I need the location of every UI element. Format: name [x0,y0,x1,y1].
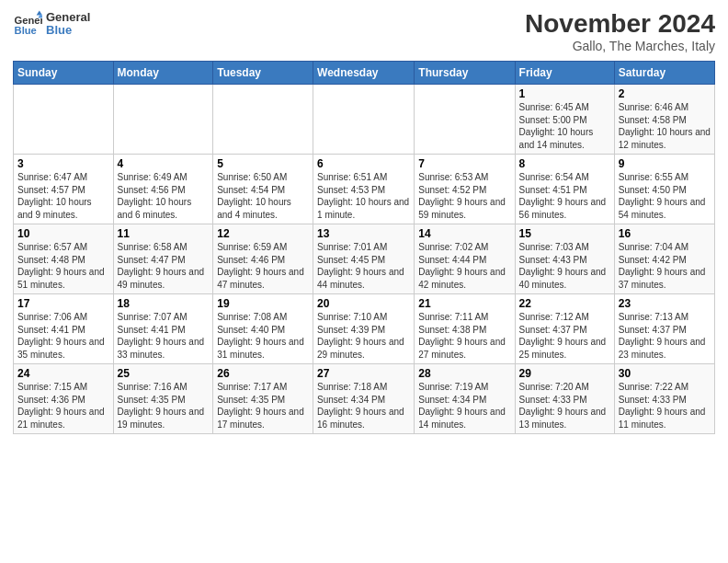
svg-text:General: General [15,15,42,26]
day-info: Sunrise: 6:53 AM [418,171,510,184]
day-info: Sunrise: 7:15 AM [17,381,109,394]
weekday-header: Saturday [614,62,714,85]
day-info: Sunrise: 7:17 AM [217,381,309,394]
day-info: Sunrise: 6:59 AM [217,241,309,254]
day-info: Daylight: 9 hours and 25 minutes. [519,336,610,361]
day-info: Daylight: 9 hours and 47 minutes. [217,266,309,291]
day-info: Sunset: 4:47 PM [118,254,210,267]
day-info: Daylight: 9 hours and 35 minutes. [17,336,109,361]
calendar-cell [14,85,114,155]
day-info: Sunrise: 6:47 AM [17,171,109,184]
day-number: 1 [519,87,610,100]
day-info: Daylight: 10 hours and 9 minutes. [17,196,109,221]
day-info: Sunset: 4:36 PM [17,394,109,407]
calendar-cell: 2Sunrise: 6:46 AMSunset: 4:58 PMDaylight… [614,85,714,155]
day-info: Sunset: 4:52 PM [418,184,510,197]
day-info: Daylight: 10 hours and 1 minute. [317,196,410,221]
location: Gallo, The Marches, Italy [525,39,715,53]
day-info: Sunset: 4:33 PM [619,394,711,407]
day-number: 11 [118,227,210,240]
day-info: Sunset: 4:37 PM [519,324,610,337]
day-info: Sunset: 4:34 PM [317,394,410,407]
calendar-cell: 3Sunrise: 6:47 AMSunset: 4:57 PMDaylight… [14,155,114,224]
title-block: November 2024 Gallo, The Marches, Italy [525,9,715,53]
day-number: 16 [619,227,711,240]
day-info: Sunset: 4:46 PM [217,254,309,267]
day-number: 4 [118,157,210,170]
svg-text:Blue: Blue [15,25,37,36]
day-info: Sunrise: 7:22 AM [619,381,711,394]
day-info: Sunset: 4:38 PM [418,324,510,337]
day-info: Sunset: 4:45 PM [317,254,410,267]
day-number: 15 [519,227,610,240]
calendar-cell: 1Sunrise: 6:45 AMSunset: 5:00 PMDaylight… [515,85,614,155]
day-info: Sunrise: 6:46 AM [619,101,711,114]
day-number: 14 [418,227,510,240]
day-info: Daylight: 10 hours and 12 minutes. [619,126,711,151]
day-info: Daylight: 10 hours and 4 minutes. [217,196,309,221]
calendar-cell: 26Sunrise: 7:17 AMSunset: 4:35 PMDayligh… [213,364,313,434]
day-info: Daylight: 9 hours and 14 minutes. [418,406,510,431]
day-number: 5 [217,157,309,170]
calendar-cell: 27Sunrise: 7:18 AMSunset: 4:34 PMDayligh… [313,364,415,434]
day-info: Sunset: 4:33 PM [519,394,610,407]
day-number: 7 [418,157,510,170]
calendar-cell: 14Sunrise: 7:02 AMSunset: 4:44 PMDayligh… [415,224,515,294]
day-number: 3 [17,157,109,170]
day-number: 6 [317,157,410,170]
day-info: Sunrise: 6:49 AM [118,171,210,184]
day-info: Sunrise: 7:12 AM [519,311,610,324]
day-info: Sunset: 4:58 PM [619,114,711,127]
day-number: 28 [418,367,510,380]
day-info: Sunrise: 7:04 AM [619,241,711,254]
day-info: Daylight: 9 hours and 27 minutes. [418,336,510,361]
day-info: Daylight: 9 hours and 13 minutes. [519,406,610,431]
day-info: Sunset: 5:00 PM [519,114,610,127]
day-info: Sunset: 4:39 PM [317,324,410,337]
day-info: Sunset: 4:37 PM [619,324,711,337]
calendar-cell: 12Sunrise: 6:59 AMSunset: 4:46 PMDayligh… [213,224,313,294]
day-info: Daylight: 9 hours and 19 minutes. [118,406,210,431]
weekday-header: Sunday [14,62,114,85]
calendar-cell: 11Sunrise: 6:58 AMSunset: 4:47 PMDayligh… [113,224,213,294]
day-number: 21 [418,297,510,310]
day-info: Daylight: 9 hours and 44 minutes. [317,266,410,291]
day-info: Daylight: 9 hours and 42 minutes. [418,266,510,291]
calendar-cell: 25Sunrise: 7:16 AMSunset: 4:35 PMDayligh… [113,364,213,434]
calendar-cell: 29Sunrise: 7:20 AMSunset: 4:33 PMDayligh… [515,364,614,434]
day-number: 24 [17,367,109,380]
day-info: Sunrise: 7:10 AM [317,311,410,324]
day-info: Daylight: 9 hours and 29 minutes. [317,336,410,361]
calendar-cell [313,85,415,155]
day-info: Daylight: 9 hours and 54 minutes. [619,196,711,221]
day-number: 25 [118,367,210,380]
day-info: Sunset: 4:53 PM [317,184,410,197]
svg-marker-2 [37,11,42,16]
day-number: 27 [317,367,410,380]
day-info: Daylight: 9 hours and 23 minutes. [619,336,711,361]
day-info: Sunrise: 7:11 AM [418,311,510,324]
day-info: Daylight: 10 hours and 14 minutes. [519,126,610,151]
day-info: Sunrise: 7:07 AM [118,311,210,324]
day-number: 29 [519,367,610,380]
day-info: Daylight: 9 hours and 40 minutes. [519,266,610,291]
calendar-cell: 18Sunrise: 7:07 AMSunset: 4:41 PMDayligh… [113,294,213,364]
calendar-cell: 15Sunrise: 7:03 AMSunset: 4:43 PMDayligh… [515,224,614,294]
day-info: Sunset: 4:56 PM [118,184,210,197]
day-info: Daylight: 10 hours and 6 minutes. [118,196,210,221]
day-info: Sunset: 4:35 PM [118,394,210,407]
day-info: Sunset: 4:51 PM [519,184,610,197]
day-number: 26 [217,367,309,380]
day-info: Sunrise: 7:06 AM [17,311,109,324]
calendar-cell: 13Sunrise: 7:01 AMSunset: 4:45 PMDayligh… [313,224,415,294]
day-info: Sunrise: 7:20 AM [519,381,610,394]
day-number: 8 [519,157,610,170]
day-info: Daylight: 9 hours and 49 minutes. [118,266,210,291]
calendar-cell: 30Sunrise: 7:22 AMSunset: 4:33 PMDayligh… [614,364,714,434]
calendar-cell: 24Sunrise: 7:15 AMSunset: 4:36 PMDayligh… [14,364,114,434]
calendar-cell: 9Sunrise: 6:55 AMSunset: 4:50 PMDaylight… [614,155,714,224]
day-info: Sunset: 4:43 PM [519,254,610,267]
day-number: 13 [317,227,410,240]
day-info: Sunset: 4:54 PM [217,184,309,197]
calendar-cell [113,85,213,155]
